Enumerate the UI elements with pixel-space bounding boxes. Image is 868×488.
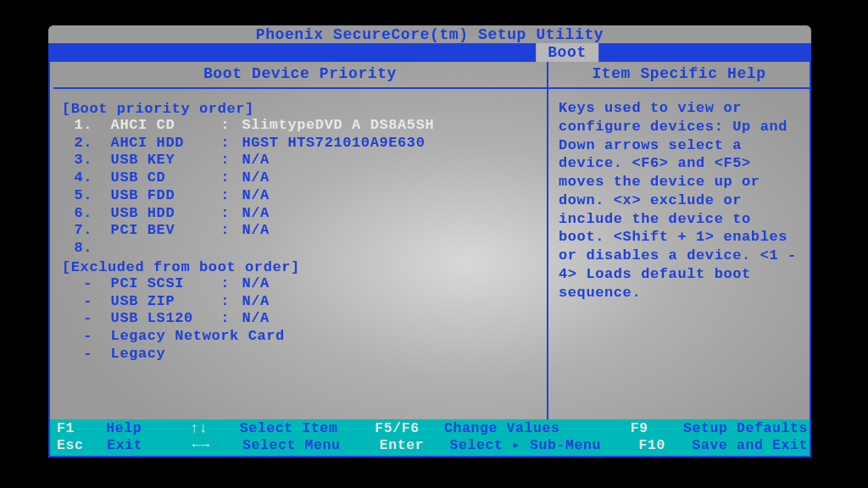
boot-item[interactable]: 1. AHCI CD : SlimtypeDVD A DS8A5SH <box>62 117 538 135</box>
boot-device: PCI BEV <box>111 222 218 240</box>
boot-order-label: [Boot priority order] <box>62 101 538 117</box>
menu-tab-bar[interactable]: Boot <box>48 43 811 62</box>
key-f9: F9 <box>631 420 683 437</box>
boot-value: N/A <box>233 152 538 169</box>
boot-item[interactable]: 8. <box>62 240 538 258</box>
boot-index: 1. <box>62 117 92 135</box>
excluded-label: [Excluded from boot order] <box>62 259 538 275</box>
excluded-list[interactable]: - PCI SCSI : N/A - USB ZIP : N/A - USB L… <box>62 275 538 363</box>
boot-item[interactable]: 5. USB FDD : N/A <box>62 187 538 205</box>
excluded-value <box>233 346 538 363</box>
boot-device <box>111 240 218 258</box>
label-change-values: Change Values <box>444 420 631 437</box>
excluded-device: Legacy <box>111 346 218 363</box>
boot-item[interactable]: 6. USB HDD : N/A <box>62 205 538 223</box>
boot-value: N/A <box>233 187 538 205</box>
label-select-menu: Select Menu <box>242 437 380 454</box>
excluded-value: N/A <box>233 310 538 328</box>
boot-value: SlimtypeDVD A DS8A5SH <box>233 117 538 135</box>
left-panel: Boot Device Priority [Boot priority orde… <box>50 62 548 419</box>
label-help: Help <box>106 420 190 437</box>
key-esc: Esc <box>57 437 107 454</box>
excluded-device: USB LS120 <box>111 310 218 328</box>
boot-device: USB KEY <box>111 152 218 169</box>
boot-index: 7. <box>62 222 92 240</box>
key-enter: Enter <box>380 437 450 454</box>
boot-index: 2. <box>62 135 92 152</box>
key-f1: F1 <box>57 420 106 437</box>
footer-key-legend: F1 Help ↑↓ Select Item F5/F6 Change Valu… <box>48 419 811 458</box>
excluded-device: Legacy Network Card <box>111 328 218 346</box>
excluded-value: N/A <box>233 293 538 311</box>
key-f10: F10 <box>638 437 692 454</box>
boot-device: USB HDD <box>111 205 218 223</box>
excluded-item[interactable]: - USB ZIP : N/A <box>62 293 538 311</box>
left-heading: Boot Device Priority <box>62 64 538 87</box>
boot-item[interactable]: 4. USB CD : N/A <box>62 169 538 187</box>
excluded-bullet: - <box>62 275 92 293</box>
excluded-value <box>233 328 538 346</box>
excluded-item[interactable]: - PCI SCSI : N/A <box>62 275 538 293</box>
excluded-bullet: - <box>62 293 92 311</box>
label-select-item: Select Item <box>240 420 375 437</box>
excluded-item[interactable]: - USB LS120: N/A <box>62 310 538 328</box>
excluded-bullet: - <box>62 328 92 346</box>
key-updown-icon: ↑↓ <box>191 420 240 437</box>
boot-item[interactable]: 3. USB KEY : N/A <box>62 152 538 169</box>
label-setup-defaults: Setup Defaults <box>683 420 808 437</box>
boot-value: HGST HTS721010A9E630 <box>233 135 538 152</box>
boot-device: AHCI CD <box>111 117 218 135</box>
boot-priority-list[interactable]: 1. AHCI CD : SlimtypeDVD A DS8A5SH2. AHC… <box>62 117 538 258</box>
boot-index: 5. <box>62 187 92 205</box>
boot-device: AHCI HDD <box>111 135 218 152</box>
key-f5f6: F5/F6 <box>375 420 444 437</box>
label-save-exit: Save and Exit <box>693 437 809 454</box>
boot-index: 3. <box>62 152 92 169</box>
boot-value: N/A <box>233 205 538 223</box>
boot-index: 4. <box>62 169 92 187</box>
divider <box>53 87 547 89</box>
utility-title: Phoenix SecureCore(tm) Setup Utility <box>48 25 811 43</box>
excluded-value: N/A <box>233 275 538 293</box>
help-panel: Item Specific Help Keys used to view or … <box>548 62 810 419</box>
boot-value: N/A <box>233 169 538 187</box>
excluded-device: PCI SCSI <box>111 275 218 293</box>
excluded-bullet: - <box>62 346 92 363</box>
tab-boot[interactable]: Boot <box>536 43 598 62</box>
help-heading: Item Specific Help <box>559 64 799 87</box>
footer-row-1: F1 Help ↑↓ Select Item F5/F6 Change Valu… <box>57 420 808 437</box>
excluded-bullet: - <box>62 310 92 328</box>
excluded-item[interactable]: - Legacy Network Card <box>62 328 538 346</box>
boot-item[interactable]: 7. PCI BEV : N/A <box>62 222 538 240</box>
boot-item[interactable]: 2. AHCI HDD : HGST HTS721010A9E630 <box>62 135 538 152</box>
help-text: Keys used to view or configure devices: … <box>559 99 799 302</box>
label-select-submenu: Select ▸ Sub-Menu <box>450 437 639 454</box>
boot-value: N/A <box>233 222 538 240</box>
boot-index: 6. <box>62 205 92 223</box>
boot-device: USB FDD <box>111 187 218 205</box>
key-leftright-icon: ←→ <box>192 437 242 454</box>
boot-index: 8. <box>62 240 92 258</box>
excluded-item[interactable]: - Legacy <box>62 346 538 363</box>
bios-screen: Phoenix SecureCore(tm) Setup Utility Boo… <box>48 25 811 458</box>
boot-value <box>233 240 538 258</box>
excluded-device: USB ZIP <box>111 293 218 311</box>
divider <box>548 87 810 89</box>
boot-device: USB CD <box>111 169 218 187</box>
footer-row-2: Esc Exit ←→ Select Menu Enter Select ▸ S… <box>57 437 808 454</box>
main-area: Boot Device Priority [Boot priority orde… <box>48 62 811 419</box>
label-exit: Exit <box>107 437 192 454</box>
